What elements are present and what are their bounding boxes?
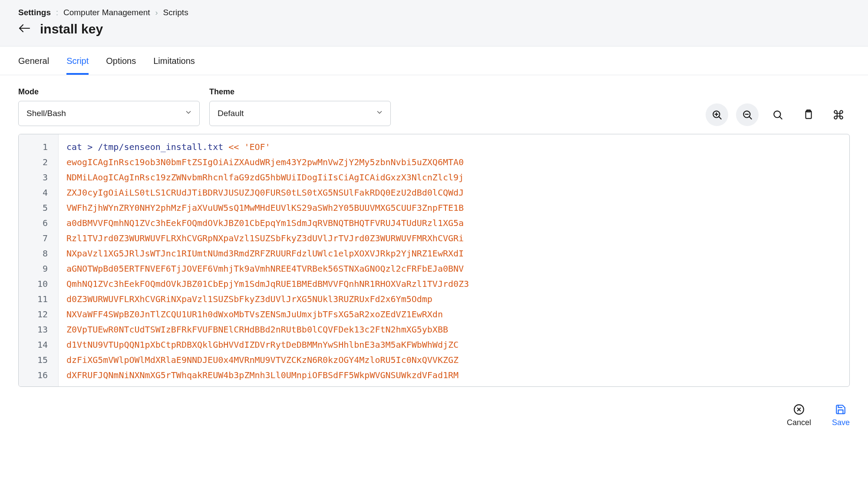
- theme-select[interactable]: Default: [209, 101, 391, 126]
- save-icon: [835, 403, 847, 416]
- search-icon[interactable]: [766, 103, 789, 126]
- svg-line-6: [749, 116, 751, 119]
- save-button[interactable]: Save: [832, 403, 850, 427]
- tab-script[interactable]: Script: [66, 56, 89, 75]
- breadcrumb-computer-management[interactable]: Computer Management: [63, 8, 150, 17]
- breadcrumb-scripts[interactable]: Scripts: [163, 8, 188, 17]
- tabs: General Script Options Limitations: [0, 47, 868, 75]
- svg-line-2: [719, 116, 721, 119]
- code-content[interactable]: cat > /tmp/senseon_install.txt << 'EOF'e…: [59, 134, 477, 386]
- cancel-button[interactable]: Cancel: [787, 403, 811, 427]
- breadcrumb-sep-chevron: ›: [155, 8, 158, 17]
- code-editor[interactable]: 12345678910111213141516 cat > /tmp/sense…: [18, 134, 850, 387]
- tab-general[interactable]: General: [18, 56, 49, 75]
- save-label: Save: [832, 418, 850, 427]
- chevron-down-icon: [376, 109, 383, 119]
- back-arrow-icon[interactable]: [18, 23, 30, 35]
- zoom-in-icon[interactable]: [706, 103, 728, 126]
- page-title: install key: [40, 22, 103, 37]
- zoom-out-icon[interactable]: [736, 103, 759, 126]
- theme-value: Default: [218, 109, 244, 118]
- cancel-label: Cancel: [787, 418, 811, 427]
- breadcrumb: Settings : Computer Management › Scripts: [18, 8, 850, 17]
- mode-value: Shell/Bash: [26, 109, 66, 118]
- command-icon[interactable]: [827, 103, 850, 126]
- tab-options[interactable]: Options: [106, 56, 136, 75]
- theme-label: Theme: [209, 87, 391, 96]
- chevron-down-icon: [185, 109, 192, 119]
- mode-select[interactable]: Shell/Bash: [18, 101, 200, 126]
- line-gutter: 12345678910111213141516: [19, 134, 59, 386]
- mode-label: Mode: [18, 87, 200, 96]
- breadcrumb-sep-colon: :: [56, 8, 58, 17]
- cancel-icon: [793, 403, 805, 416]
- svg-line-9: [779, 116, 782, 119]
- breadcrumb-root: Settings: [18, 8, 51, 17]
- clipboard-icon[interactable]: [797, 103, 819, 126]
- tab-limitations[interactable]: Limitations: [153, 56, 195, 75]
